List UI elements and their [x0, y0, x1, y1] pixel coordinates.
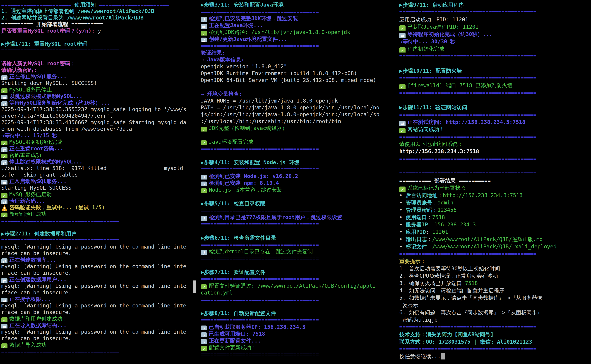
text-segment: 1. 通过宝塔面板上传部署包到 /www/wwwroot/AliPack/QJB [1, 8, 154, 14]
terminal-line: ===================================== [201, 166, 397, 173]
text-segment: 正在重置root密码... [9, 145, 63, 152]
terminal-line: ===================================== [201, 275, 397, 282]
info-icon: i [201, 17, 207, 22]
terminal-line: :/usr/local/bin:/usr/sbin:/usr/bin:/root… [201, 118, 397, 125]
terminal-line: ⇄正在导入数据库结构... [1, 322, 198, 328]
terminal-line: ✓检测到JDK路径: /usr/lib/jvm/java-1.8.0-openj… [201, 29, 397, 36]
text-segment: ===================================== [201, 241, 319, 248]
terminal-line [201, 303, 397, 310]
text-segment: mysql: [Warning] Using a password on the… [1, 244, 186, 250]
text-segment: rface can be insecure. [1, 335, 71, 341]
text-segment: http://156.238.234.3:7518 [399, 148, 479, 154]
checkmark-icon: ✓ [399, 187, 406, 192]
terminal-line: • 使用端口：7518 [399, 214, 591, 221]
text-segment: Java环境配置完成！ [209, 139, 259, 145]
refresh-icon: ⇄ [1, 180, 7, 184]
terminal-line: i检测到已安装 npm: 8.19.4 [201, 180, 397, 186]
terminal-line: ▶步骤1/11: 重置MySQL root密码 [1, 40, 198, 47]
text-segment: Starting MySQL SUCCESS! [1, 185, 75, 191]
terminal-line: ▶步骤7/11: 验证配置文件 [201, 269, 397, 275]
text-segment: OpenJDK Runtime Environment (build 1.8.0… [201, 70, 357, 76]
terminal-line: cation.yml [201, 289, 397, 296]
refresh-icon: ⇄ [201, 38, 207, 42]
text-segment: ===================================== [1, 217, 119, 224]
terminal-line: 6. 如仍有问题，再次点击『同步数据库』->『从面板同步』 [399, 309, 591, 316]
text-segment: 正在创建数据库用户... [9, 276, 66, 282]
refresh-icon: ⇄ [201, 24, 207, 29]
text-segment: • [399, 214, 406, 220]
text-segment: ===================================== [201, 8, 319, 15]
text-segment: 2. 检查CPU负载情况，正常启动会有波动 [399, 273, 498, 279]
info-icon: i [201, 216, 207, 221]
terminal-line: ✓Node.js 版本兼容，跳过安装 [201, 186, 397, 193]
text-segment: mysql: [Warning] Using a password on the… [1, 302, 186, 309]
text-cursor [441, 353, 445, 359]
checkmark-icon: ✓ [399, 26, 406, 31]
terminal-pane-left: ====================== 使用须知 ============… [1, 1, 198, 355]
terminal-line: ===================================== [1, 217, 198, 224]
text-segment: ▶步骤3/11: 安装和配置Java环境 [201, 1, 284, 8]
terminal-line: i已生成可用端口: 7518 [201, 330, 397, 337]
terminal-line: ===================================== [201, 296, 397, 303]
info-icon: i [201, 175, 207, 180]
text-segment: 正在停止MySQL服务... [9, 73, 67, 80]
terminal-line: ▶步骤6/11: 检查所需文件目录 [201, 234, 397, 241]
text-segment: : [426, 229, 432, 235]
text-segment: 配置文件验证通过: /www/wwwroot/AliPack/QJB/confi… [209, 283, 376, 289]
text-segment: ========================================… [399, 90, 536, 96]
terminal-line [399, 97, 591, 104]
text-segment: 技术支持：消失的阿力【闲鱼&B站同号】 [399, 331, 496, 338]
terminal-line: safe --skip-grant-tables [1, 171, 198, 178]
text-segment: PATH = /usr/lib/jvm/java-1.8.0-openjdk/b… [201, 104, 379, 111]
text-segment: 配置文件更新成功！ [209, 344, 257, 351]
terminal-line: 按任意键继续... [399, 353, 591, 360]
terminal-line: ✓网站访问成功！ [399, 126, 591, 133]
text-segment: safe --skip-grant-tables [1, 172, 78, 178]
refresh-icon: ⇄ [1, 147, 7, 152]
terminal-line: mysql: [Warning] Using a password on the… [1, 263, 198, 270]
text-segment: 2025-09-14T17:38:33.435666Z mysqld_safe … [1, 119, 186, 125]
terminal-line: ===================================== [201, 207, 397, 214]
text-segment: 使用端口 [406, 214, 427, 220]
terminal-line: ========== 开始部署流程 ========== [1, 21, 198, 27]
terminal-line: • 管理员密码：123456 [399, 206, 591, 214]
terminal-line: ===================================== [201, 8, 397, 15]
text-segment: → 环境变量检查: [201, 91, 242, 97]
text-segment: ▶步骤8/11: 自动更新配置文件 [201, 310, 276, 316]
text-segment: 重要提示： [399, 258, 426, 264]
refresh-icon: ⇄ [201, 339, 207, 344]
terminal-line: ✓MySQL服务已停止 [1, 86, 198, 93]
terminal-line: • 输出日志：/www/wwwroot/AliPack/QJB/遥辉正版.md [399, 236, 591, 243]
terminal-line: ===================================== [201, 351, 397, 358]
terminal-line: →等待中... 30/30 秒 [399, 38, 591, 45]
text-segment: 正在创建数据库... [9, 257, 56, 263]
terminal-line: ===================================== [201, 255, 397, 262]
text-segment: 密码验证失败，重试中... (尝试 1/5) [9, 204, 105, 210]
text-segment: 正在配置Java环境... [209, 22, 263, 28]
text-segment: y [98, 28, 101, 34]
text-segment: 正在更新配置文件... [209, 338, 261, 344]
terminal-line: ===================================== [201, 145, 397, 152]
text-segment: ========================================… [399, 156, 536, 162]
text-segment: ===================================== [201, 351, 319, 358]
terminal-line: Shutting down MySQL.. SUCCESS! [1, 80, 198, 86]
text-segment: ▶步骤1/11: 重置MySQL root密码 [1, 41, 87, 47]
terminal-line: ========================================… [399, 52, 591, 60]
text-segment: 数据库和用户创建成功！ [9, 316, 68, 322]
terminal-line: ===================================== [201, 221, 397, 228]
refresh-icon: ⇄ [399, 121, 406, 126]
terminal-line: ===================================== [1, 348, 198, 355]
terminal-line: i检测到目录已是777权限且属于root用户，跳过权限设置 [201, 214, 397, 221]
terminal-line: ✓MySQL服务初始化完成 [1, 139, 198, 145]
terminal-screen[interactable]: ====================== 使用须知 ============… [0, 0, 591, 364]
text-segment: 正在导入数据库结构... [9, 322, 66, 328]
text-segment: • [399, 243, 406, 250]
checkmark-icon: ✓ [1, 141, 7, 145]
terminal-line: ⇄正在停止MySQL服务... [1, 73, 198, 80]
text-segment: ====================== [99, 1, 169, 8]
terminal-line [1, 34, 198, 40]
text-segment: 验证新密码... [9, 198, 45, 204]
terminal-line: 3. 确保防火墙已开放端口 7518 [399, 280, 591, 287]
terminal-line: js/bin:/usr/lib/jvm/java-1.8.0-openjdk/b… [201, 111, 397, 118]
text-segment: ▶步骤9/11: 启动应用程序 [399, 2, 464, 8]
